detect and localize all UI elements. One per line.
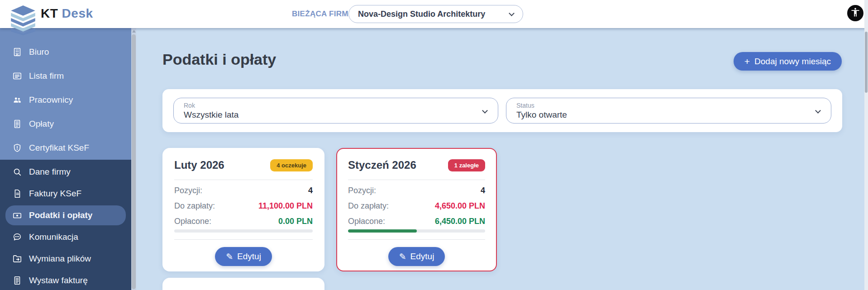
pencil-icon: ✎ (226, 252, 233, 262)
filters-panel: Rok Wszystkie lata Status Tylko otwarte (162, 89, 842, 132)
sidebar-item-label: Wymiana plików (29, 254, 91, 264)
row-label: Pozycji: (348, 186, 376, 195)
next-month-card-partial (162, 278, 324, 290)
sidebar-item-label: Dane firmy (29, 167, 71, 177)
company-select-value: Nova-Design Studio Architektury (358, 10, 485, 19)
current-company-label: BIEŻĄCA FIRMA: (292, 0, 357, 28)
row-value: 0.00 PLN (278, 217, 313, 226)
sidebar-scrollbar-thumb[interactable] (132, 34, 136, 289)
page-title: Podatki i opłaty (162, 51, 276, 68)
add-month-button-label: Dodaj nowy miesiąc (754, 57, 831, 67)
shield-icon (12, 143, 23, 153)
chevron-down-icon (815, 108, 821, 114)
divider (174, 239, 313, 240)
sidebar-scrollbar[interactable] (131, 28, 136, 290)
page-scrollbar[interactable] (864, 0, 868, 290)
sidebar-item-wystaw-fakture[interactable]: Wystaw fakturę (0, 270, 131, 290)
row-value: 4,650.00 PLN (435, 201, 485, 211)
app-root: BIEŻĄCA FIRMA: Nova-Design Studio Archit… (0, 0, 868, 290)
accessibility-button[interactable] (847, 5, 863, 21)
sidebar: Biuro Lista firm Pracownicy Opłaty (0, 28, 131, 290)
year-select[interactable]: Rok Wszystkie lata (173, 98, 498, 124)
card-row-due: Do zapłaty: 11,100.00 PLN (174, 201, 313, 211)
app-title: KT Desk (41, 6, 93, 21)
page-scrollbar-thumb[interactable] (865, 32, 868, 93)
divider (348, 180, 485, 180)
sidebar-item-label: Biuro (29, 47, 49, 57)
pencil-icon: ✎ (399, 252, 406, 262)
status-badge: 4 oczekuje (270, 159, 313, 171)
logo-desk: Desk (62, 6, 93, 20)
edit-button-label: Edytuj (237, 252, 261, 261)
card-row-paid: Opłacone: 6,450.00 PLN (348, 217, 485, 226)
sidebar-item-podatki-i-oplaty[interactable]: Podatki i opłaty (5, 205, 126, 225)
app-logo-icon (9, 4, 37, 37)
sidebar-item-dane-firmy[interactable]: Dane firmy (0, 161, 131, 183)
card-row-positions: Pozycji: 4 (348, 186, 485, 195)
row-value: 6,450.00 PLN (435, 217, 485, 226)
accessibility-person-icon (850, 7, 861, 19)
status-select-label: Status (516, 102, 809, 109)
month-card-luty-2026: Luty 2026 4 oczekuje Pozycji: 4 Do zapła… (162, 148, 324, 271)
sidebar-section-company: Dane firmy Faktury KSeF Podatki i opłaty… (0, 160, 131, 290)
sidebar-item-pracownicy[interactable]: Pracownicy (0, 88, 131, 112)
year-select-label: Rok (184, 102, 476, 109)
payment-progress-fill (348, 229, 417, 233)
row-value: 4 (308, 186, 313, 195)
edit-button-label: Edytuj (410, 252, 434, 261)
row-label: Pozycji: (174, 186, 202, 195)
building-icon (12, 47, 23, 57)
sidebar-item-label: Opłaty (29, 119, 54, 129)
sidebar-item-wymiana-plikow[interactable]: Wymiana plików (0, 248, 131, 270)
sidebar-item-label: Faktury KSeF (29, 189, 81, 199)
row-label: Do zapłaty: (348, 201, 389, 211)
sidebar-item-label: Pracownicy (29, 95, 73, 105)
scrollbar-up-arrow-icon[interactable] (132, 30, 136, 33)
sidebar-item-oplaty[interactable]: Opłaty (0, 112, 131, 136)
chevron-down-icon (509, 10, 515, 16)
company-list-icon (12, 71, 23, 81)
folder-share-icon (12, 253, 23, 264)
sidebar-item-faktury-ksef[interactable]: Faktury KSeF (0, 183, 131, 204)
sidebar-section-office: Biuro Lista firm Pracownicy Opłaty (0, 28, 131, 160)
row-value: 4 (481, 186, 485, 195)
header: BIEŻĄCA FIRMA: Nova-Design Studio Archit… (0, 0, 868, 28)
sidebar-item-lista-firm[interactable]: Lista firm (0, 64, 131, 88)
status-badge: 1 zaległe (448, 159, 485, 171)
document-icon (12, 188, 23, 199)
logo-kt: KT (41, 6, 58, 20)
sidebar-item-label: Podatki i opłaty (29, 210, 92, 220)
row-label: Do zapłaty: (174, 201, 215, 211)
sidebar-item-label: Wystaw fakturę (29, 276, 88, 285)
row-value: 11,100.00 PLN (258, 201, 313, 211)
company-select[interactable]: Nova-Design Studio Architektury (348, 5, 523, 23)
edit-month-button[interactable]: ✎ Edytuj (388, 247, 445, 266)
search-icon (12, 166, 23, 177)
main-content: Podatki i opłaty + Dodaj nowy miesiąc Ro… (136, 28, 864, 290)
month-name: Luty 2026 (174, 159, 224, 171)
edit-month-button[interactable]: ✎ Edytuj (215, 247, 272, 266)
month-name: Styczeń 2026 (348, 159, 416, 171)
status-select[interactable]: Status Tylko otwarte (506, 98, 831, 124)
row-label: Opłacone: (174, 217, 211, 226)
chevron-down-icon (482, 108, 488, 114)
chat-icon (12, 232, 23, 242)
status-select-value: Tylko otwarte (516, 110, 809, 120)
divider (348, 239, 485, 240)
divider (174, 180, 313, 180)
sidebar-item-biuro[interactable]: Biuro (0, 40, 131, 64)
sidebar-item-komunikacja[interactable]: Komunikacja (0, 226, 131, 248)
sidebar-item-certyfikat-ksef[interactable]: Certyfikat KSeF (0, 136, 131, 160)
card-row-paid: Opłacone: 0.00 PLN (174, 217, 313, 226)
receipt-icon (12, 119, 23, 129)
add-month-button[interactable]: + Dodaj nowy miesiąc (734, 52, 842, 71)
invoice-icon (12, 275, 23, 286)
people-icon (12, 95, 23, 105)
row-label: Opłacone: (348, 217, 385, 226)
sidebar-item-label: Lista firm (29, 71, 64, 81)
sidebar-item-label: Komunikacja (29, 232, 78, 242)
plus-icon: + (744, 57, 750, 66)
payment-progress-bar (174, 229, 313, 233)
payment-progress-bar (348, 229, 485, 233)
card-header: Styczeń 2026 1 zaległe (348, 159, 485, 171)
